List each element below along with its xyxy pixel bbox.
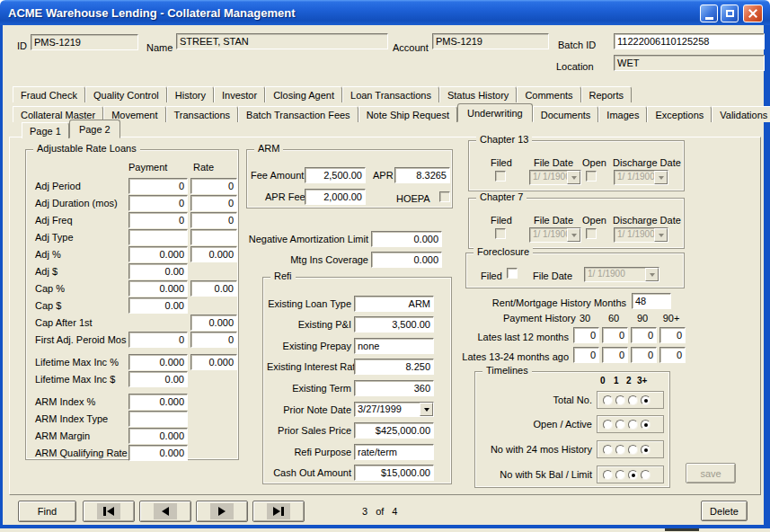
- payment-field[interactable]: 0: [128, 212, 188, 228]
- tab-comments[interactable]: Comments: [517, 86, 580, 102]
- existing-term-field[interactable]: 360: [354, 380, 434, 396]
- tab-transactions[interactable]: Transactions: [166, 106, 239, 122]
- payment-field[interactable]: 0: [128, 178, 188, 194]
- find-button[interactable]: Find: [18, 501, 76, 522]
- tab-page-1[interactable]: Page 1: [22, 122, 69, 138]
- payment-field[interactable]: 0.000: [128, 445, 188, 461]
- rent-mortgage-months-field[interactable]: 48: [632, 293, 671, 309]
- radio-1[interactable]: [615, 395, 625, 405]
- lates-12-90plus-field[interactable]: 0: [659, 327, 686, 343]
- payment-field[interactable]: 0.000: [128, 280, 188, 297]
- tab-exceptions[interactable]: Exceptions: [647, 106, 712, 122]
- lates-12-60-field[interactable]: 0: [602, 327, 628, 343]
- mtg-ins-coverage-field[interactable]: 0.000: [371, 252, 442, 268]
- lates-13-24-60-field[interactable]: 0: [602, 347, 628, 363]
- batch-id-field[interactable]: 11222006110125258: [614, 33, 765, 49]
- payment-field[interactable]: 0: [128, 332, 188, 348]
- rate-field[interactable]: 0: [190, 332, 237, 348]
- rate-field[interactable]: 0.00: [190, 280, 237, 297]
- payment-field[interactable]: 0.00: [128, 297, 188, 314]
- chapter-7-filed-checkbox[interactable]: [495, 228, 506, 239]
- tab-batch-transaction-fees[interactable]: Batch Transaction Fees: [238, 106, 358, 122]
- minimize-button[interactable]: [700, 4, 718, 22]
- radio-1[interactable]: [615, 445, 625, 455]
- location-field[interactable]: WET: [614, 55, 765, 71]
- chapter-13-filed-checkbox[interactable]: [495, 171, 506, 182]
- radio-2[interactable]: [628, 445, 638, 455]
- payment-field[interactable]: [128, 229, 188, 245]
- existing-interest-rate-field[interactable]: 8.250: [354, 359, 434, 375]
- radio-0[interactable]: [603, 470, 613, 480]
- tab-history[interactable]: History: [167, 86, 214, 102]
- tab-closing-agent[interactable]: Closing Agent: [265, 86, 342, 102]
- cash-out-amount-field[interactable]: $15,000.00: [354, 465, 434, 481]
- first-record-button[interactable]: [83, 501, 135, 522]
- payment-field[interactable]: [128, 411, 188, 427]
- radio-3plus[interactable]: [641, 395, 651, 405]
- chevron-down-icon[interactable]: [420, 403, 433, 416]
- lates-12-30-field[interactable]: 0: [573, 327, 599, 343]
- close-button[interactable]: [743, 4, 763, 22]
- tab-status-history[interactable]: Status History: [439, 86, 517, 102]
- fee-amount-field[interactable]: 2,500.00: [305, 167, 366, 183]
- radio-1[interactable]: [615, 420, 625, 430]
- tab-note-ship-request[interactable]: Note Ship Request: [358, 106, 457, 122]
- rate-field[interactable]: 0: [190, 195, 237, 211]
- tab-investor[interactable]: Investor: [214, 86, 265, 102]
- payment-field[interactable]: 0: [128, 195, 188, 211]
- next-record-button[interactable]: [196, 501, 248, 522]
- prior-note-date-combo[interactable]: 3/27/1999: [354, 402, 434, 417]
- tab-page-2[interactable]: Page 2: [69, 120, 120, 138]
- payment-field[interactable]: 0.00: [128, 263, 188, 279]
- radio-0[interactable]: [603, 420, 613, 430]
- tab-images[interactable]: Images: [598, 106, 647, 122]
- name-field[interactable]: STREET, STAN: [176, 33, 388, 49]
- radio-2[interactable]: [628, 470, 638, 480]
- radio-2[interactable]: [628, 395, 638, 405]
- lates-12-90-field[interactable]: 0: [631, 327, 657, 343]
- radio-3plus[interactable]: [641, 470, 651, 480]
- rate-field[interactable]: 0: [190, 212, 237, 228]
- payment-field[interactable]: 0.000: [128, 354, 188, 370]
- tab-quality-control[interactable]: Quality Control: [85, 86, 167, 102]
- lates-13-24-90-field[interactable]: 0: [631, 347, 657, 363]
- radio-3plus[interactable]: [641, 420, 651, 430]
- chapter-7-open-checkbox[interactable]: [586, 228, 597, 239]
- payment-field[interactable]: 0.000: [128, 428, 188, 444]
- refi-purpose-field[interactable]: rate/term: [354, 444, 434, 460]
- radio-1[interactable]: [615, 470, 625, 480]
- tab-fraud-check[interactable]: Fraud Check: [13, 86, 85, 102]
- radio-2[interactable]: [628, 420, 638, 430]
- neg-amortization-field[interactable]: 0.000: [371, 231, 442, 247]
- apr-field[interactable]: 8.3265: [394, 167, 450, 183]
- tab-loan-transactions[interactable]: Loan Transactions: [342, 86, 439, 102]
- tab-validations[interactable]: Validations: [712, 106, 770, 122]
- existing-loan-type-field[interactable]: ARM: [354, 296, 434, 312]
- payment-field[interactable]: 0.00: [128, 371, 188, 387]
- maximize-button[interactable]: [721, 4, 739, 22]
- payment-field[interactable]: 0.000: [128, 246, 188, 262]
- previous-record-button[interactable]: [139, 501, 191, 522]
- tab-documents[interactable]: Documents: [533, 106, 599, 122]
- account-field[interactable]: PMS-1219: [432, 33, 549, 49]
- hoepa-checkbox[interactable]: [439, 191, 450, 202]
- foreclosure-filed-checkbox[interactable]: [507, 268, 518, 279]
- lates-13-24-90plus-field[interactable]: 0: [659, 347, 686, 363]
- rate-field[interactable]: 0.000: [190, 315, 237, 331]
- apr-fee-field[interactable]: 2,000.00: [305, 189, 366, 205]
- tab-reports[interactable]: Reports: [581, 86, 633, 102]
- payment-field[interactable]: 0.000: [128, 394, 188, 410]
- radio-3plus[interactable]: [641, 445, 651, 455]
- lates-13-24-30-field[interactable]: 0: [573, 347, 599, 363]
- existing-prepay-field[interactable]: none: [354, 338, 434, 354]
- radio-0[interactable]: [603, 445, 613, 455]
- id-field[interactable]: PMS-1219: [31, 34, 138, 50]
- existing-pi-field[interactable]: 3,500.00: [354, 316, 434, 332]
- tab-underwriting[interactable]: Underwriting: [457, 103, 533, 122]
- radio-0[interactable]: [603, 395, 613, 405]
- last-record-button[interactable]: [252, 501, 305, 522]
- prior-sales-price-field[interactable]: $425,000.00: [354, 422, 434, 439]
- chapter-13-open-checkbox[interactable]: [586, 171, 597, 182]
- delete-button[interactable]: Delete: [701, 501, 748, 521]
- rate-field[interactable]: 0.000: [190, 354, 237, 370]
